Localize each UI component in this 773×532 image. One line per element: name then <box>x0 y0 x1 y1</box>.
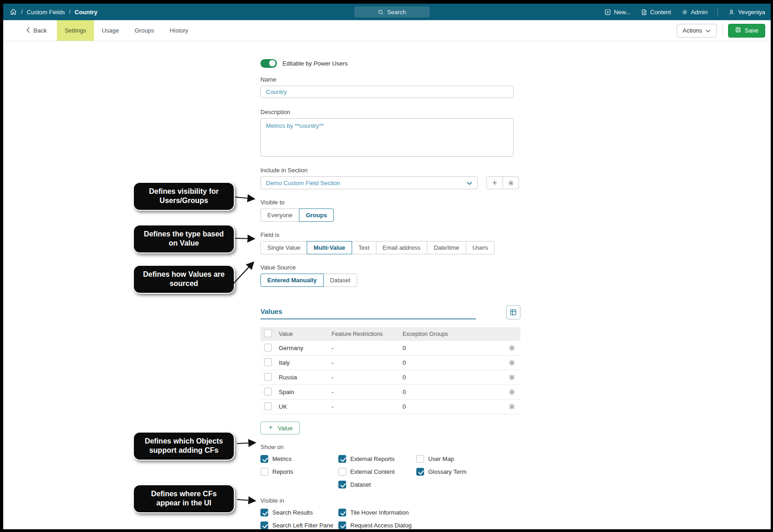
chevron-down-icon <box>467 180 472 186</box>
checkbox-item-dataset[interactable]: Dataset <box>338 480 416 489</box>
row-checkbox[interactable] <box>264 358 272 366</box>
row-settings-gear-icon[interactable] <box>508 359 516 367</box>
tab-groups[interactable]: Groups <box>127 20 162 41</box>
value-cell: Russia <box>279 374 331 381</box>
checkbox-item-tile-hover-information[interactable]: Tile Hover Information <box>338 508 433 517</box>
tab-history[interactable]: History <box>162 20 196 41</box>
checkbox[interactable] <box>338 455 346 463</box>
exception-groups-cell: 0 <box>403 345 500 351</box>
checkbox-item-metrics[interactable]: Metrics <box>260 454 338 463</box>
home-icon[interactable] <box>10 8 17 16</box>
segmented-option-entered-manually[interactable]: Entered Manually <box>260 274 324 287</box>
row-settings-gear-icon[interactable] <box>508 403 516 411</box>
exception-groups-cell: 0 <box>403 389 500 395</box>
value-cell: Italy <box>279 359 331 366</box>
gear-icon <box>681 9 688 16</box>
checkbox[interactable] <box>416 455 424 463</box>
power-users-toggle[interactable] <box>260 59 277 68</box>
name-label: Name <box>260 76 520 83</box>
row-checkbox[interactable] <box>264 402 272 410</box>
checkbox[interactable] <box>338 521 346 529</box>
user-icon <box>728 9 735 16</box>
description-label: Description <box>260 109 520 115</box>
segmented-option-everyone[interactable]: Everyone <box>260 208 299 222</box>
checkbox-item-external-reports[interactable]: External Reports <box>338 454 416 463</box>
visible-in-label: Visible in <box>260 497 520 504</box>
tab-usage[interactable]: Usage <box>94 20 127 41</box>
value-cell: Spain <box>279 389 331 395</box>
exception-groups-cell: 0 <box>403 374 500 381</box>
column-header-feature-restrictions: Feature Restrictions <box>331 331 403 337</box>
save-button[interactable]: Save <box>728 24 765 38</box>
column-header-exception-groups: Exception Groups <box>403 331 500 337</box>
tab-settings[interactable]: Settings <box>57 20 94 41</box>
checkbox-item-glossary-term[interactable]: Glossary Term <box>416 467 467 476</box>
new-menu-button[interactable]: New... <box>604 9 630 16</box>
checkbox-item-search-left-filter-pane[interactable]: Search Left Filter Pane <box>260 521 338 529</box>
back-button[interactable]: Back <box>26 20 47 41</box>
breadcrumb-custom-fields[interactable]: Custom Fields <box>27 9 65 16</box>
breadcrumb-separator: / <box>69 9 70 15</box>
table-row-russia: Russia - 0 <box>260 370 520 385</box>
search-icon <box>378 9 384 15</box>
checkbox[interactable] <box>338 468 346 476</box>
segmented-option-users[interactable]: Users <box>466 241 495 254</box>
include-in-section-select[interactable]: Demo Custom Field Section <box>260 176 478 189</box>
segmented-option-multi-value[interactable]: Multi-Value <box>307 241 352 254</box>
value-cell: Germany <box>279 345 331 351</box>
content-menu-button[interactable]: Content <box>640 9 671 16</box>
select-all-checkbox[interactable] <box>264 329 272 337</box>
select-value: Demo Custom Field Section <box>266 180 340 186</box>
checkbox[interactable] <box>260 455 268 463</box>
toolbar-divider <box>722 25 723 37</box>
value-cell: UK <box>279 403 331 410</box>
segmented-option-email-address[interactable]: Email address <box>376 241 427 254</box>
row-settings-gear-icon[interactable] <box>508 373 516 381</box>
checkbox-item-user-map[interactable]: User Map <box>416 454 467 463</box>
segmented-option-date-time[interactable]: Date/time <box>427 241 466 254</box>
segmented-option-groups[interactable]: Groups <box>299 208 334 222</box>
document-icon <box>640 9 647 16</box>
chevron-left-icon <box>26 27 30 34</box>
segmented-option-single-value[interactable]: Single Value <box>260 241 307 254</box>
plus-icon <box>268 424 274 432</box>
values-table: Value Feature Restrictions Exception Gro… <box>260 327 520 414</box>
user-menu-button[interactable]: Yevgeniya <box>728 9 765 16</box>
segmented-option-text[interactable]: Text <box>352 241 376 254</box>
row-checkbox[interactable] <box>264 344 272 351</box>
checkbox[interactable] <box>416 468 424 476</box>
breadcrumb-country: Country <box>75 9 98 16</box>
feature-restrictions-cell: - <box>331 345 403 351</box>
checkbox-item-search-results[interactable]: Search Results <box>260 508 338 517</box>
add-value-button[interactable]: Value <box>260 422 300 434</box>
page: / Custom Fields / Country Search New... <box>3 4 771 529</box>
values-table-panel-icon[interactable] <box>506 305 520 319</box>
navbar-actions: New... Content Admin Yevgeniya <box>604 8 765 16</box>
toolbar-right: Actions Save <box>677 20 765 41</box>
checkbox-item-reports[interactable]: Reports <box>260 467 338 476</box>
exception-groups-cell: 0 <box>403 403 500 410</box>
checkbox-item-request-access-dialog[interactable]: Request Access Dialog <box>338 521 433 529</box>
checkbox-item-external-content[interactable]: External Content <box>338 467 416 476</box>
checkbox[interactable] <box>260 468 268 476</box>
name-field[interactable] <box>260 86 513 98</box>
values-heading: Values <box>260 307 282 315</box>
segmented-option-dataset[interactable]: Dataset <box>323 274 358 287</box>
checkbox[interactable] <box>260 509 268 516</box>
feature-restrictions-cell: - <box>331 389 403 395</box>
row-checkbox[interactable] <box>264 388 272 395</box>
table-row-italy: Italy - 0 <box>260 356 520 370</box>
checkbox[interactable] <box>260 521 268 529</box>
search-input[interactable]: Search <box>354 6 430 17</box>
row-settings-gear-icon[interactable] <box>508 344 516 352</box>
row-settings-gear-icon[interactable] <box>508 388 516 396</box>
section-settings-gear-icon[interactable] <box>502 176 519 189</box>
add-section-button[interactable] <box>486 176 503 189</box>
checkbox[interactable] <box>338 509 346 516</box>
actions-button[interactable]: Actions <box>677 24 717 38</box>
row-checkbox[interactable] <box>264 373 272 381</box>
checkbox[interactable] <box>338 481 346 488</box>
description-field[interactable]: Metrics by **country** <box>260 118 513 157</box>
settings-form: Editable by Power Users Name Description… <box>3 41 771 529</box>
admin-menu-button[interactable]: Admin <box>681 9 708 16</box>
